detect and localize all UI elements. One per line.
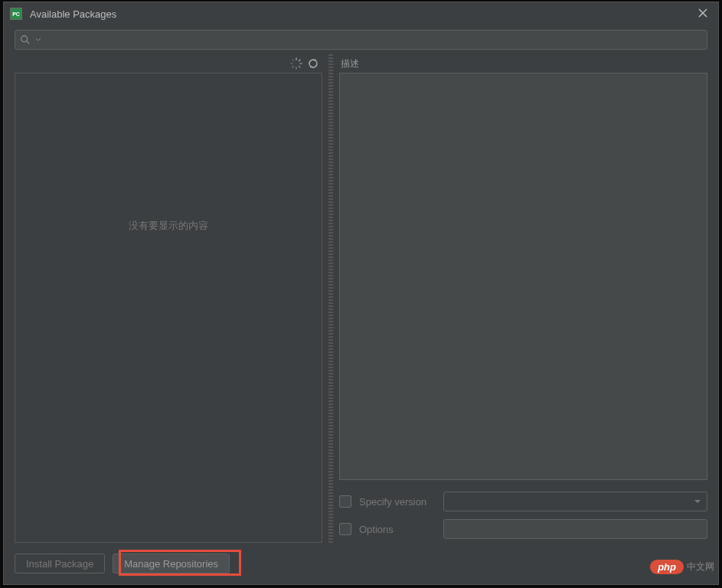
description-box bbox=[339, 73, 707, 480]
package-list-toolbar bbox=[15, 54, 322, 73]
options-label: Options bbox=[359, 524, 436, 535]
svg-line-3 bbox=[299, 60, 300, 60]
chevron-down-icon bbox=[35, 37, 41, 43]
close-button[interactable] bbox=[694, 7, 712, 21]
svg-point-0 bbox=[21, 36, 28, 42]
package-list-panel: 没有要显示的内容 bbox=[15, 54, 322, 543]
search-box[interactable] bbox=[15, 30, 707, 50]
options-checkbox[interactable] bbox=[339, 523, 351, 535]
available-packages-dialog: PC Available Packages bbox=[3, 2, 719, 585]
chevron-down-icon bbox=[694, 500, 701, 503]
install-options: Specify version Options bbox=[339, 480, 707, 543]
watermark: php 中文网 bbox=[650, 560, 714, 574]
version-select[interactable] bbox=[443, 492, 707, 511]
search-icon bbox=[20, 34, 31, 45]
search-input[interactable] bbox=[41, 34, 702, 45]
description-label: 描述 bbox=[339, 54, 707, 73]
watermark-text: 中文网 bbox=[687, 560, 714, 573]
empty-list-message: 没有要显示的内容 bbox=[129, 219, 208, 233]
refresh-icon[interactable] bbox=[307, 57, 319, 70]
package-list[interactable]: 没有要显示的内容 bbox=[15, 73, 322, 543]
svg-line-5 bbox=[299, 67, 300, 67]
main-area: 没有要显示的内容 描述 Specify version Options bbox=[4, 54, 718, 543]
details-panel: 描述 Specify version Options bbox=[339, 54, 707, 543]
svg-line-1 bbox=[27, 41, 30, 44]
svg-line-9 bbox=[292, 60, 293, 60]
search-row bbox=[4, 25, 718, 54]
manage-repositories-button[interactable]: Manage Repositories bbox=[113, 554, 230, 573]
install-package-button[interactable]: Install Package bbox=[15, 554, 105, 573]
loading-spinner-icon bbox=[290, 57, 302, 70]
window-title: Available Packages bbox=[30, 8, 694, 20]
options-input[interactable] bbox=[443, 519, 707, 539]
specify-version-checkbox[interactable] bbox=[339, 495, 351, 508]
specify-version-label: Specify version bbox=[359, 496, 436, 508]
watermark-badge: php bbox=[650, 560, 684, 574]
splitter[interactable] bbox=[328, 54, 333, 543]
options-row: Options bbox=[339, 515, 707, 543]
button-row: Install Package Manage Repositories bbox=[4, 543, 718, 584]
pycharm-icon: PC bbox=[10, 8, 22, 20]
svg-line-7 bbox=[292, 67, 293, 67]
titlebar: PC Available Packages bbox=[4, 2, 718, 25]
specify-version-row: Specify version bbox=[339, 488, 707, 515]
close-icon bbox=[698, 8, 707, 18]
